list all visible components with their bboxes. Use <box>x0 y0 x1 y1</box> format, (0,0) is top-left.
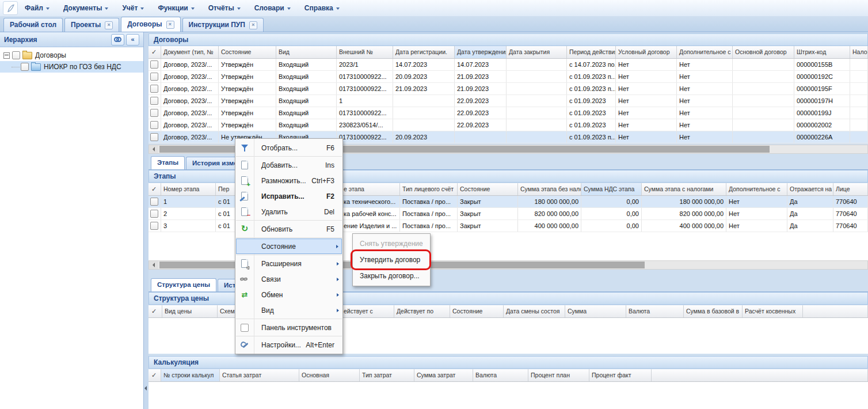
column-header[interactable]: Процент факт <box>589 369 652 381</box>
menu-item[interactable]: Расширения <box>235 256 342 271</box>
column-header[interactable]: Сумма затрат <box>414 369 473 381</box>
column-header[interactable]: Налог <box>850 46 868 58</box>
row-checkbox[interactable] <box>150 97 158 105</box>
row-checkbox[interactable] <box>150 85 158 93</box>
column-header[interactable]: Тип затрат <box>360 369 414 381</box>
tab-active[interactable]: Договоры× <box>121 17 180 32</box>
column-header[interactable]: Состояние <box>219 46 276 58</box>
column-header[interactable]: № строки калькул <box>161 369 220 381</box>
menu-item[interactable]: Состояние <box>236 238 342 254</box>
table-row[interactable]: Договор, 2023/...УтверждёнВходящий2023/1… <box>149 59 868 71</box>
subtab-active[interactable]: Структура цены <box>151 278 216 291</box>
menu-item[interactable]: Размножить...Ctrl+F3 <box>235 173 342 188</box>
column-header[interactable] <box>652 369 868 381</box>
column-header[interactable]: Дополнительное с <box>677 46 733 58</box>
tree-checkbox[interactable] <box>12 51 20 59</box>
scroll-left-arrow[interactable] <box>149 145 158 153</box>
column-header[interactable]: Дополнительное с <box>726 183 787 195</box>
table-row[interactable]: Договор, 2023/...УтверждёнВходящий017310… <box>149 107 868 119</box>
menu-item[interactable]: Добавить...Ins <box>235 157 342 173</box>
menubar-item[interactable]: Функции <box>151 0 201 16</box>
table-row[interactable]: Договор, 2023/...УтверждёнВходящий017310… <box>149 71 868 83</box>
column-header[interactable]: Сумма <box>565 305 626 317</box>
tab-item[interactable]: Рабочий стол <box>3 18 63 32</box>
menu-item[interactable]: Отобрать...F6 <box>235 140 342 156</box>
tree-expander-icon[interactable] <box>3 52 10 59</box>
menubar-item[interactable]: Документы <box>56 0 115 16</box>
column-header-check[interactable]: ✓ <box>149 369 161 381</box>
collapse-panel-button[interactable]: « <box>126 34 139 46</box>
panel-splitter[interactable] <box>144 32 149 409</box>
row-checkbox[interactable] <box>150 60 158 69</box>
row-checkbox[interactable] <box>150 121 158 129</box>
table-row[interactable]: Договор, 2023/...УтверждёнВходящий122.09… <box>149 95 868 107</box>
menu-item[interactable]: Связи <box>235 271 342 287</box>
row-checkbox[interactable] <box>150 133 158 141</box>
column-header[interactable]: Сумма этапа без налогов <box>518 183 581 195</box>
menubar-item[interactable]: Словари <box>248 0 298 16</box>
menu-item[interactable]: ОбновитьF5 <box>235 221 342 237</box>
column-header[interactable]: Лице <box>833 183 868 195</box>
scroll-left-arrow[interactable] <box>149 261 158 269</box>
menubar-item[interactable]: Файл <box>18 0 56 16</box>
column-header[interactable]: Состояние <box>450 305 504 317</box>
column-header[interactable] <box>803 305 868 317</box>
menu-item[interactable]: Исправить...F2 <box>235 188 342 204</box>
column-header-check[interactable]: ✓ <box>149 305 162 317</box>
column-header[interactable]: Условный договор <box>616 46 677 58</box>
tab-close-icon[interactable]: × <box>105 21 113 29</box>
tab-close-icon[interactable]: × <box>166 21 174 29</box>
column-header[interactable]: Состояние <box>458 183 518 195</box>
column-header[interactable]: Документ (тип, № <box>161 46 219 58</box>
row-checkbox[interactable] <box>150 222 158 230</box>
column-header[interactable]: Штрих-код <box>794 46 850 58</box>
tree-node[interactable]: НИОКР по ГОЗ без НДС <box>0 61 143 73</box>
column-header[interactable]: Дата утверждения <box>455 46 507 58</box>
column-header[interactable]: Внешний № <box>337 46 393 58</box>
search-button[interactable] <box>111 34 124 46</box>
column-header[interactable]: Тип лицевого счёт <box>400 183 458 195</box>
column-header[interactable]: Валюта <box>473 369 528 381</box>
tab-item[interactable]: Инструкции ПУП× <box>182 18 264 32</box>
column-header[interactable]: Сумма в базовой в <box>684 305 743 317</box>
column-header[interactable]: Процент план <box>528 369 589 381</box>
column-header[interactable]: Вид цены <box>162 305 218 317</box>
table-row[interactable]: Договор, 2023/...УтверждёнВходящий017310… <box>149 83 868 95</box>
column-header[interactable]: Дата смены состоя <box>504 305 565 317</box>
row-checkbox[interactable] <box>150 73 158 81</box>
menubar-item[interactable]: Справка <box>298 0 347 16</box>
tree-node[interactable]: Договоры <box>0 50 143 61</box>
column-header[interactable]: Отражается на сум <box>787 183 833 195</box>
submenu-item[interactable]: Утвердить договор <box>353 252 430 268</box>
tree-checkbox[interactable] <box>21 63 29 71</box>
table-row[interactable]: Договор, 2023/...УтверждёнВходящий230823… <box>149 119 868 131</box>
column-header[interactable]: Основной договор <box>733 46 794 58</box>
column-header[interactable]: Статья затрат <box>220 369 299 381</box>
menu-item[interactable]: Настройки...Alt+Enter <box>235 337 342 353</box>
row-checkbox[interactable] <box>150 109 158 117</box>
column-header[interactable]: Вид <box>276 46 337 58</box>
menubar-item[interactable]: Учёт <box>115 0 151 16</box>
column-header[interactable]: Номер этапа <box>161 183 216 195</box>
column-header[interactable]: Дата регистрации. <box>393 46 455 58</box>
subtab-active[interactable]: Этапы <box>151 156 185 169</box>
column-header[interactable]: Сумма этапа с налогами <box>642 183 726 195</box>
row-checkbox[interactable] <box>150 198 158 206</box>
column-header[interactable]: Сумма НДС этапа <box>581 183 642 195</box>
tab-close-icon[interactable]: × <box>249 21 257 29</box>
column-header[interactable]: Действует по <box>394 305 450 317</box>
menu-item[interactable]: Панель инструментов <box>235 320 342 335</box>
menubar-item[interactable]: Отчёты <box>201 0 248 16</box>
tab-item[interactable]: Проекты× <box>64 18 119 32</box>
column-header[interactable]: Основная <box>299 369 360 381</box>
column-header[interactable]: Расчёт косвенных <box>743 305 803 317</box>
menu-item[interactable]: УдалитьDel <box>235 204 342 219</box>
row-checkbox[interactable] <box>150 210 158 218</box>
menu-item[interactable]: Обмен <box>235 287 342 302</box>
column-header-check[interactable]: ✓ <box>149 183 161 195</box>
submenu-item[interactable]: Закрыть договор... <box>353 268 430 284</box>
column-header-check[interactable]: ✓ <box>149 46 161 58</box>
column-header[interactable]: Валюта <box>626 305 684 317</box>
column-header[interactable]: Дата закрытия <box>507 46 567 58</box>
column-header[interactable]: Период действия.. <box>567 46 616 58</box>
